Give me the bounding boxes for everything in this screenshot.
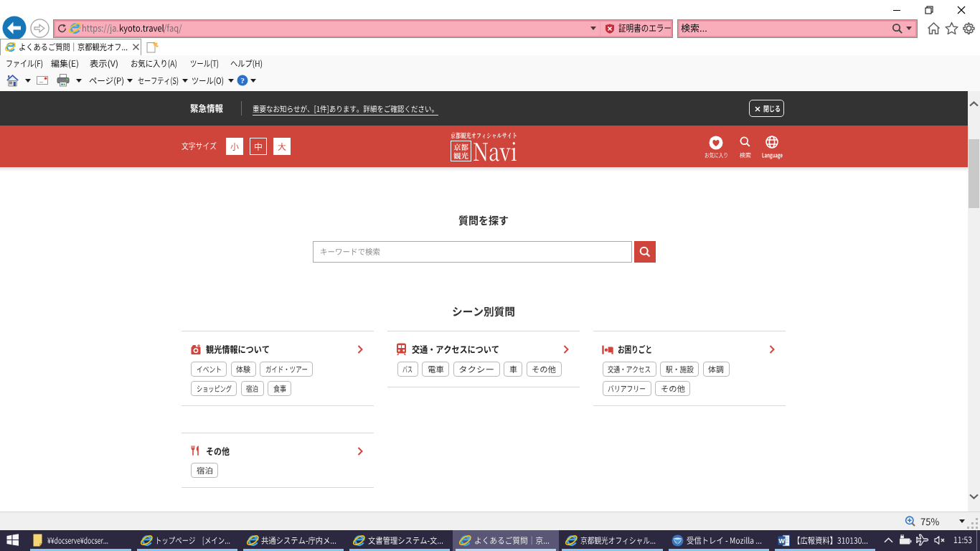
svg-text:W: W <box>778 537 785 545</box>
svg-text:?: ? <box>240 76 245 85</box>
